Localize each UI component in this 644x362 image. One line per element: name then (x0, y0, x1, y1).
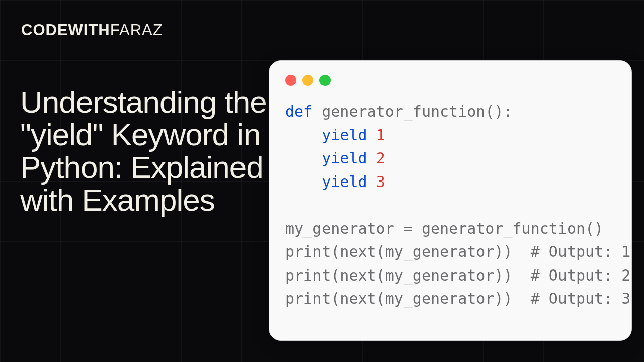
number-1: 1 (376, 126, 385, 144)
print-line: print(next(my_generator)) (285, 243, 531, 260)
keyword-yield: yield (321, 173, 367, 191)
indent (285, 149, 321, 167)
brand-logo: CODEWITHFARAZ (21, 21, 163, 39)
number-2: 2 (376, 149, 385, 167)
comment: # Output: 3 (531, 290, 631, 307)
fn-decl: generator_function(): (312, 103, 512, 120)
minimize-icon (302, 75, 313, 86)
keyword-yield: yield (321, 126, 367, 144)
brand-light: FARAZ (110, 21, 163, 39)
sp (367, 149, 376, 167)
print-line: print(next(my_generator)) (285, 266, 531, 284)
brand-bold: CODEWITH (21, 21, 110, 39)
maximize-icon (319, 75, 331, 86)
keyword-def: def (285, 103, 312, 120)
sp (367, 173, 376, 191)
number-3: 3 (376, 173, 385, 191)
code-window: def generator_function(): yield 1 yield … (269, 60, 632, 341)
indent (285, 173, 321, 191)
assign-line: my_generator = generator_function() (285, 220, 603, 237)
sp (367, 126, 376, 144)
window-controls (285, 75, 615, 86)
page-title: Understanding the "yield" Keyword in Pyt… (20, 85, 302, 216)
comment: # Output: 1 (531, 243, 631, 260)
code-block: def generator_function(): yield 1 yield … (285, 100, 615, 311)
keyword-yield: yield (321, 149, 367, 167)
comment: # Output: 2 (531, 266, 631, 284)
close-icon (285, 75, 296, 86)
indent (285, 126, 321, 144)
print-line: print(next(my_generator)) (285, 290, 531, 307)
